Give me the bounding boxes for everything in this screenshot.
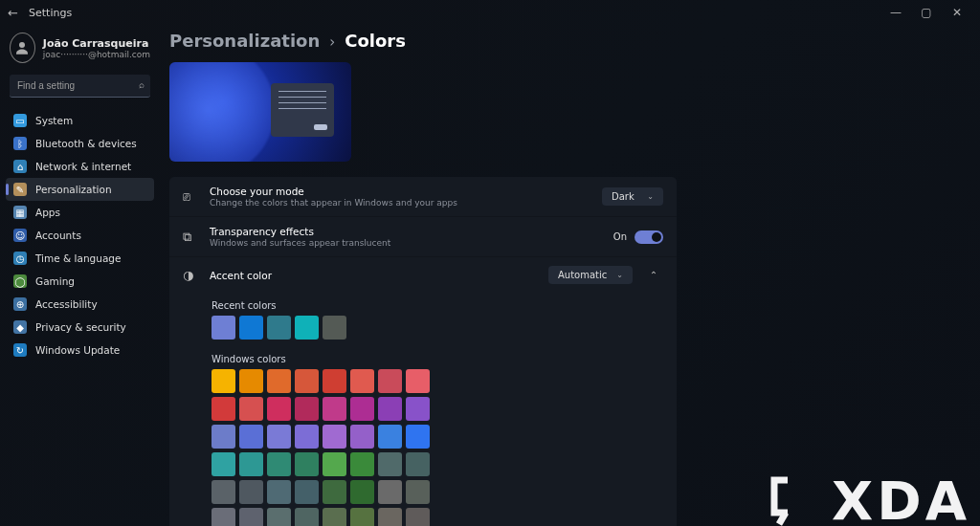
color-swatch[interactable] xyxy=(378,480,402,504)
color-swatch[interactable] xyxy=(406,480,430,504)
color-swatch[interactable] xyxy=(267,508,291,526)
color-swatch[interactable] xyxy=(295,316,319,340)
color-swatch[interactable] xyxy=(350,508,374,526)
color-swatch[interactable] xyxy=(267,452,291,476)
color-swatch[interactable] xyxy=(323,480,346,504)
nav-icon: ◷ xyxy=(13,252,27,265)
color-swatch[interactable] xyxy=(239,452,263,476)
color-swatch[interactable] xyxy=(212,316,235,340)
transparency-row[interactable]: ⧉ Transparency effects Windows and surfa… xyxy=(169,217,677,257)
toggle-switch[interactable] xyxy=(635,230,663,244)
windows-colors-grid xyxy=(169,369,437,526)
sidebar-item-privacy-security[interactable]: ◆Privacy & security xyxy=(6,316,154,339)
sidebar-item-accounts[interactable]: ☺Accounts xyxy=(6,224,154,247)
sidebar-item-system[interactable]: ▭System xyxy=(6,109,154,132)
color-swatch[interactable] xyxy=(323,397,346,421)
profile-email: joac··········@hotmail.com xyxy=(43,50,150,59)
window-title: Settings xyxy=(29,7,72,19)
nav-label: Bluetooth & devices xyxy=(35,138,137,149)
color-swatch[interactable] xyxy=(406,369,430,393)
minimize-button[interactable]: — xyxy=(880,0,911,25)
color-swatch[interactable] xyxy=(267,480,291,504)
color-swatch[interactable] xyxy=(295,452,319,476)
nav-icon: ▦ xyxy=(13,206,27,219)
accent-select[interactable]: Automatic⌄ xyxy=(548,266,633,284)
color-swatch[interactable] xyxy=(406,425,430,449)
color-swatch[interactable] xyxy=(267,425,291,449)
color-swatch[interactable] xyxy=(378,369,402,393)
color-swatch[interactable] xyxy=(295,425,319,449)
color-swatch[interactable] xyxy=(212,452,235,476)
sidebar-item-gaming[interactable]: ◯Gaming xyxy=(6,270,154,293)
accent-color-row[interactable]: ◑ Accent color Automatic⌄ ⌃ xyxy=(169,257,677,293)
color-swatch[interactable] xyxy=(295,369,319,393)
color-swatch[interactable] xyxy=(239,508,263,526)
color-swatch[interactable] xyxy=(350,452,374,476)
color-swatch[interactable] xyxy=(239,369,263,393)
color-swatch[interactable] xyxy=(350,369,374,393)
collapse-button[interactable]: ⌃ xyxy=(644,270,663,280)
breadcrumb-parent[interactable]: Personalization xyxy=(169,31,320,51)
sidebar-item-time-language[interactable]: ◷Time & language xyxy=(6,247,154,270)
color-swatch[interactable] xyxy=(267,369,291,393)
transparency-title: Transparency effects xyxy=(210,226,602,237)
color-swatch[interactable] xyxy=(350,480,374,504)
mode-select[interactable]: Dark⌄ xyxy=(602,187,663,206)
color-swatch[interactable] xyxy=(295,480,319,504)
color-swatch[interactable] xyxy=(267,316,291,340)
color-swatch[interactable] xyxy=(212,425,235,449)
color-swatch[interactable] xyxy=(406,397,430,421)
color-swatch[interactable] xyxy=(212,508,235,526)
nav-label: Privacy & security xyxy=(35,321,126,333)
color-swatch[interactable] xyxy=(295,397,319,421)
color-swatch[interactable] xyxy=(239,425,263,449)
nav-icon: ◆ xyxy=(13,320,27,334)
color-swatch[interactable] xyxy=(350,425,374,449)
sidebar-item-personalization[interactable]: ✎Personalization xyxy=(6,178,154,201)
accent-title: Accent color xyxy=(210,270,537,281)
profile-block[interactable]: João Carrasqueira joac··········@hotmail… xyxy=(6,31,154,73)
color-swatch[interactable] xyxy=(350,397,374,421)
color-swatch[interactable] xyxy=(212,397,235,421)
color-swatch[interactable] xyxy=(267,397,291,421)
choose-mode-row[interactable]: ⎚ Choose your mode Change the colors tha… xyxy=(169,177,677,217)
main-content: Personalization › Colors ⎚ Choose your m… xyxy=(158,25,980,526)
color-swatch[interactable] xyxy=(323,452,346,476)
color-swatch[interactable] xyxy=(323,316,346,340)
nav-icon: ↻ xyxy=(13,343,27,357)
back-button[interactable]: ← xyxy=(8,6,29,20)
nav-icon: ☺ xyxy=(13,229,27,242)
color-swatch[interactable] xyxy=(406,452,430,476)
sidebar-item-apps[interactable]: ▦Apps xyxy=(6,201,154,224)
theme-preview xyxy=(169,62,351,162)
sidebar-item-bluetooth-devices[interactable]: ᛒBluetooth & devices xyxy=(6,132,154,155)
sidebar-item-accessibility[interactable]: ⊕Accessibility xyxy=(6,293,154,316)
color-swatch[interactable] xyxy=(378,452,402,476)
transparency-icon: ⧉ xyxy=(183,230,198,245)
sidebar-item-network-internet[interactable]: ⌂Network & internet xyxy=(6,155,154,178)
sidebar-item-windows-update[interactable]: ↻Windows Update xyxy=(6,339,154,362)
color-swatch[interactable] xyxy=(239,316,263,340)
search-container: ⌕ xyxy=(10,75,150,98)
color-swatch[interactable] xyxy=(378,397,402,421)
nav-icon: ⊕ xyxy=(13,297,27,311)
color-swatch[interactable] xyxy=(212,480,235,504)
close-button[interactable]: ✕ xyxy=(942,0,972,25)
color-swatch[interactable] xyxy=(378,425,402,449)
color-swatch[interactable] xyxy=(323,508,346,526)
color-swatch[interactable] xyxy=(295,508,319,526)
search-input[interactable] xyxy=(10,75,150,98)
choose-mode-title: Choose your mode xyxy=(210,186,590,197)
maximize-button[interactable]: ▢ xyxy=(911,0,942,25)
transparency-toggle[interactable]: On xyxy=(613,230,663,244)
color-swatch[interactable] xyxy=(212,369,235,393)
nav-icon: ᛒ xyxy=(13,137,27,150)
color-swatch[interactable] xyxy=(239,397,263,421)
color-swatch[interactable] xyxy=(239,480,263,504)
color-swatch[interactable] xyxy=(406,508,430,526)
transparency-subtitle: Windows and surfaces appear translucent xyxy=(210,238,602,248)
color-swatch[interactable] xyxy=(378,508,402,526)
color-swatch[interactable] xyxy=(323,425,346,449)
nav-label: Network & internet xyxy=(35,161,131,172)
color-swatch[interactable] xyxy=(323,369,346,393)
